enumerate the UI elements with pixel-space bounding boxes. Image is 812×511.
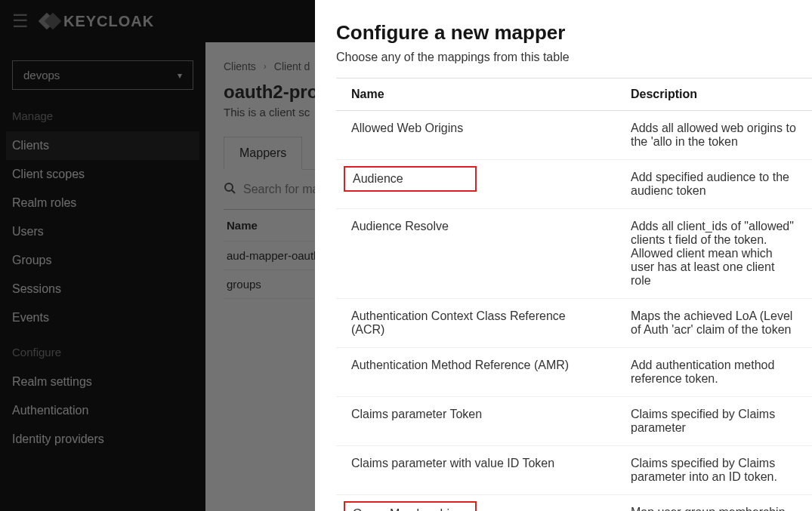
chevron-right-icon: › xyxy=(264,61,267,72)
logo-icon xyxy=(41,12,59,30)
sidebar-item-client-scopes[interactable]: Client scopes xyxy=(6,160,199,189)
mapper-name: Claims parameter with value ID Token xyxy=(336,446,616,495)
sidebar-item-identity-providers[interactable]: Identity providers xyxy=(6,425,199,454)
breadcrumb-item[interactable]: Clients xyxy=(224,60,256,72)
realm-selected: devops xyxy=(23,69,60,82)
sidebar-item-events[interactable]: Events xyxy=(6,303,199,332)
breadcrumb-item: Client d xyxy=(274,60,310,72)
mapper-row[interactable]: Claims parameter with value ID TokenClai… xyxy=(336,446,812,495)
chevron-down-icon: ▾ xyxy=(178,70,182,81)
mapper-row[interactable]: Authentication Context Class Reference (… xyxy=(336,299,812,348)
sidebar-item-realm-roles[interactable]: Realm roles xyxy=(6,189,199,217)
mapper-description: Add specified audience to the audienc to… xyxy=(616,160,812,209)
mapper-th-name: Name xyxy=(336,78,616,111)
mapper-name: Claims parameter Token xyxy=(336,397,616,446)
brand-text: KEYCLOAK xyxy=(63,13,154,30)
mapper-row[interactable]: Allowed Web OriginsAdds all allowed web … xyxy=(336,111,812,160)
mapper-th-desc: Description xyxy=(616,78,812,111)
sidebar-item-sessions[interactable]: Sessions xyxy=(6,275,199,303)
svg-line-1 xyxy=(232,190,235,193)
mapper-description: Maps the achieved LoA (Level of Auth 'ac… xyxy=(616,299,812,348)
mapper-modal: Configure a new mapper Choose any of the… xyxy=(315,0,812,511)
search-input[interactable]: Search for ma xyxy=(224,182,319,197)
search-placeholder: Search for ma xyxy=(243,183,319,196)
modal-subtitle: Choose any of the mappings from this tab… xyxy=(336,51,812,64)
mapper-name: Group Membership xyxy=(336,495,616,512)
nav-section-manage: Manage xyxy=(6,96,199,131)
sidebar-item-authentication[interactable]: Authentication xyxy=(6,396,199,425)
mapper-name: Audience Resolve xyxy=(336,209,616,299)
hamburger-icon[interactable]: ☰ xyxy=(12,11,29,32)
mapper-description: Add authentication method reference toke… xyxy=(616,348,812,397)
tab-mappers[interactable]: Mappers xyxy=(224,137,302,170)
svg-point-0 xyxy=(225,183,233,191)
realm-dropdown[interactable]: devops ▾ xyxy=(12,60,193,90)
sidebar: devops ▾ Manage ClientsClient scopesReal… xyxy=(0,42,205,511)
search-icon xyxy=(224,182,236,197)
sidebar-item-realm-settings[interactable]: Realm settings xyxy=(6,368,199,396)
mapper-row[interactable]: Audience ResolveAdds all client_ids of "… xyxy=(336,209,812,299)
mapper-name: Audience xyxy=(336,160,616,209)
mapper-description: Claims specified by Claims parameter xyxy=(616,397,812,446)
mapper-description: Map user group membership xyxy=(616,495,812,512)
sidebar-item-groups[interactable]: Groups xyxy=(6,246,199,275)
mapper-table: Name Description Allowed Web OriginsAdds… xyxy=(336,78,812,511)
mapper-name: Authentication Method Reference (AMR) xyxy=(336,348,616,397)
mapper-description: Adds all allowed web origins to the 'all… xyxy=(616,111,812,160)
modal-title: Configure a new mapper xyxy=(336,21,812,45)
mapper-description: Adds all client_ids of "allowed" clients… xyxy=(616,209,812,299)
mapper-row[interactable]: Claims parameter TokenClaims specified b… xyxy=(336,397,812,446)
mapper-name: Allowed Web Origins xyxy=(336,111,616,160)
sidebar-item-users[interactable]: Users xyxy=(6,217,199,246)
nav-section-configure: Configure xyxy=(6,332,199,368)
mapper-row[interactable]: AudienceAdd specified audience to the au… xyxy=(336,160,812,209)
mapper-row[interactable]: Authentication Method Reference (AMR)Add… xyxy=(336,348,812,397)
sidebar-item-clients[interactable]: Clients xyxy=(6,131,199,160)
mapper-description: Claims specified by Claims parameter int… xyxy=(616,446,812,495)
mapper-row[interactable]: Group MembershipMap user group membershi… xyxy=(336,495,812,512)
brand-logo[interactable]: KEYCLOAK xyxy=(41,12,154,30)
mapper-name: Authentication Context Class Reference (… xyxy=(336,299,616,348)
